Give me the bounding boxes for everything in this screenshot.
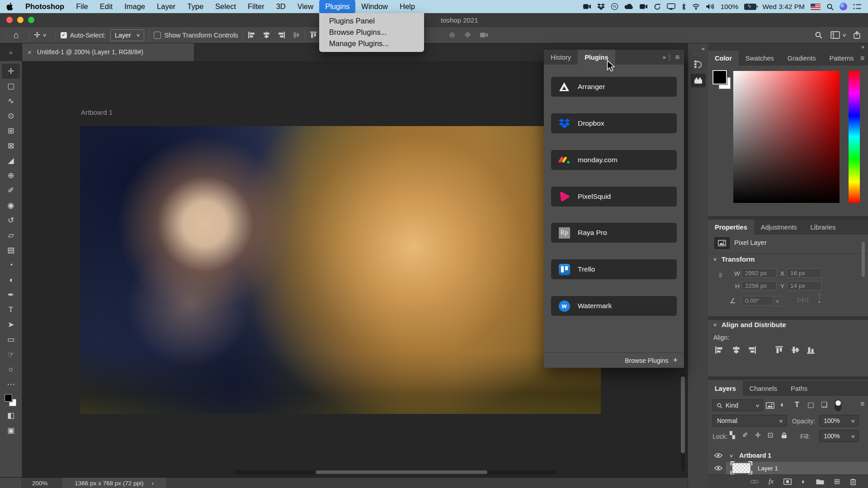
camera-status-icon[interactable] bbox=[639, 4, 648, 9]
pen-tool[interactable]: ✒ bbox=[2, 287, 20, 302]
menu-bar-clock[interactable]: Wed 3:42 PM bbox=[762, 3, 805, 11]
document-info[interactable]: 1366 px x 768 px (72 ppi) › bbox=[62, 478, 166, 488]
add-mask-icon[interactable] bbox=[783, 479, 792, 485]
status-chevron-icon[interactable]: › bbox=[152, 480, 154, 487]
menu-item-photoshop[interactable]: Photoshop bbox=[19, 0, 70, 13]
share-icon[interactable] bbox=[853, 31, 861, 39]
history-panel-icon[interactable] bbox=[691, 57, 706, 71]
tab-adjustments[interactable]: Adjustments bbox=[754, 220, 804, 235]
width-input[interactable]: 2992 px bbox=[741, 268, 777, 278]
transform-collapse-icon[interactable]: ∨ bbox=[713, 257, 717, 262]
menu-option-browse-plugins[interactable]: Browse Plugins... bbox=[319, 27, 424, 38]
layer-row-layer1[interactable]: Layer 1 bbox=[708, 462, 868, 475]
tab-swatches[interactable]: Swatches bbox=[739, 51, 781, 66]
menu-item-3d[interactable]: 3D bbox=[270, 0, 292, 13]
document-tab[interactable]: × Untitled-1 @ 200% (Layer 1, RGB/8#) bbox=[22, 43, 194, 61]
align-left-edges-icon[interactable] bbox=[248, 31, 255, 39]
onedrive-icon[interactable] bbox=[624, 4, 633, 9]
zoom-tool[interactable]: ○ bbox=[2, 362, 20, 377]
dropbox-status-icon[interactable] bbox=[597, 3, 605, 10]
color-field[interactable] bbox=[733, 71, 840, 203]
filter-adjustment-layers-icon[interactable]: ◐ bbox=[780, 400, 785, 409]
tab-patterns[interactable]: Patterns bbox=[823, 51, 861, 66]
menu-item-filter[interactable]: Filter bbox=[242, 0, 270, 13]
menu-item-edit[interactable]: Edit bbox=[94, 0, 118, 13]
lock-transparency-icon[interactable]: ▚ bbox=[730, 431, 735, 439]
blur-tool[interactable]: ◔ bbox=[2, 258, 20, 272]
angle-input[interactable]: 0.00° bbox=[741, 296, 773, 305]
menu-item-plugins[interactable]: Plugins bbox=[319, 0, 355, 13]
close-window-button[interactable] bbox=[6, 17, 13, 23]
plugin-card-watermark[interactable]: w Watermark bbox=[551, 296, 677, 316]
angle-chevron-icon[interactable]: ∨ bbox=[773, 296, 783, 306]
visibility-eye-icon[interactable] bbox=[714, 453, 722, 458]
browse-plugins-footer[interactable]: Browse Plugins + bbox=[544, 352, 684, 368]
hue-slider[interactable] bbox=[849, 71, 860, 203]
menu-option-manage-plugins[interactable]: Manage Plugins... bbox=[319, 38, 424, 49]
tab-color[interactable]: Color bbox=[708, 51, 739, 66]
minimize-window-button[interactable] bbox=[17, 17, 24, 23]
wifi-icon[interactable] bbox=[692, 4, 700, 10]
lasso-tool[interactable]: ∿ bbox=[2, 94, 20, 108]
close-tab-icon[interactable]: × bbox=[28, 48, 32, 56]
rectangular-marquee-tool[interactable]: ▢ bbox=[2, 79, 20, 94]
type-tool[interactable]: T bbox=[2, 302, 20, 317]
visibility-eye-icon[interactable] bbox=[714, 465, 722, 471]
foreground-color-swatch[interactable] bbox=[712, 70, 727, 84]
align-left-edges-icon[interactable] bbox=[715, 346, 723, 354]
y-input[interactable]: 14 px bbox=[787, 281, 822, 291]
menu-item-view[interactable]: View bbox=[292, 0, 319, 13]
move-tool[interactable]: ✛ bbox=[2, 64, 20, 79]
height-input[interactable]: 2256 px bbox=[741, 281, 777, 291]
crop-tool[interactable]: ⊞ bbox=[2, 123, 20, 138]
menu-item-type[interactable]: Type bbox=[181, 0, 209, 13]
volume-icon[interactable] bbox=[706, 3, 715, 10]
brush-tool[interactable]: ✐ bbox=[2, 183, 20, 198]
object-selection-tool[interactable]: ⊙ bbox=[2, 108, 20, 123]
tab-channels[interactable]: Channels bbox=[743, 381, 784, 396]
menu-item-image[interactable]: Image bbox=[118, 0, 151, 13]
apple-menu[interactable] bbox=[0, 0, 19, 13]
align-vertical-centers-icon[interactable] bbox=[791, 346, 800, 354]
battery-icon[interactable]: ϟ bbox=[744, 4, 756, 10]
workspace-icon[interactable] bbox=[830, 31, 840, 39]
3d-camera-icon[interactable] bbox=[480, 32, 488, 38]
new-group-icon[interactable] bbox=[816, 479, 824, 485]
blend-mode-dropdown[interactable]: Normal ∨ bbox=[712, 415, 787, 427]
distribute-horizontal-icon[interactable] bbox=[292, 31, 300, 39]
path-selection-tool[interactable]: ➤ bbox=[2, 317, 20, 332]
hand-tool[interactable]: ☞ bbox=[2, 347, 20, 362]
lock-artboard-icon[interactable]: ⊡ bbox=[768, 431, 774, 439]
artboard-label[interactable]: Artboard 1 bbox=[81, 108, 113, 116]
layer-row-artboard[interactable]: ∨ Artboard 1 bbox=[708, 449, 868, 462]
airplay-icon[interactable] bbox=[667, 3, 675, 10]
spotlight-search-icon[interactable] bbox=[826, 3, 834, 10]
edit-toolbar-icon[interactable]: ⋯ bbox=[2, 377, 20, 392]
align-horizontal-centers-icon[interactable] bbox=[263, 31, 270, 39]
align-horizontal-centers-icon[interactable] bbox=[732, 346, 741, 354]
strip-grip[interactable]: ⠿⠿ bbox=[693, 52, 700, 56]
link-layers-icon[interactable] bbox=[750, 479, 759, 484]
plugin-card-rayapro[interactable]: Rp Raya Pro bbox=[551, 223, 677, 243]
auto-select-dropdown[interactable]: Layer ∨ bbox=[110, 29, 145, 41]
filter-pixel-layers-icon[interactable] bbox=[766, 402, 774, 409]
plugin-card-arranger[interactable]: Arranger bbox=[551, 77, 677, 97]
shape-tool[interactable]: ▭ bbox=[2, 332, 20, 347]
align-right-edges-icon[interactable] bbox=[278, 31, 285, 39]
tab-gradients[interactable]: Gradients bbox=[781, 51, 823, 66]
facetime-icon[interactable] bbox=[583, 4, 591, 9]
sync-icon[interactable] bbox=[654, 3, 661, 10]
clone-stamp-tool[interactable]: ◉ bbox=[2, 198, 20, 213]
frame-tool[interactable]: ⊠ bbox=[2, 138, 20, 153]
align-top-edges-icon[interactable] bbox=[310, 31, 317, 39]
layer-thumbnail[interactable] bbox=[732, 463, 750, 473]
eyedropper-tool[interactable]: ◢ bbox=[2, 153, 20, 168]
fill-dropdown[interactable]: 100% ∨ bbox=[819, 430, 859, 442]
plugin-card-pixelsquid[interactable]: PixelSquid bbox=[551, 187, 677, 206]
foreground-background-swatches[interactable] bbox=[4, 394, 18, 408]
tab-paths[interactable]: Paths bbox=[784, 381, 814, 396]
color-field-marker[interactable] bbox=[734, 198, 739, 203]
link-dimensions-icon[interactable]: ∞ bbox=[717, 272, 725, 277]
align-collapse-icon[interactable]: ∨ bbox=[713, 322, 717, 327]
filter-smart-objects-icon[interactable]: ❏ bbox=[821, 400, 827, 409]
